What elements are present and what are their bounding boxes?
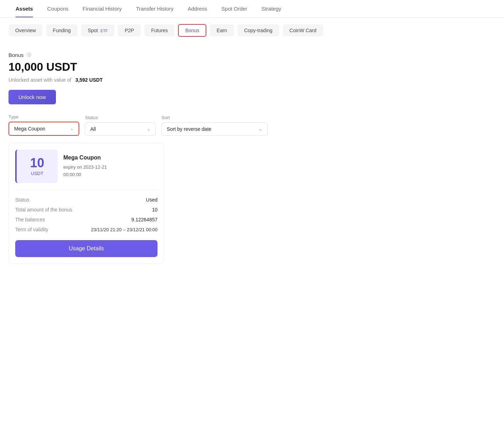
status-filter-label: Status — [85, 115, 156, 120]
chevron-down-icon: ⌄ — [259, 127, 262, 132]
bonus-amount: 10,000 USDT — [8, 60, 496, 74]
type-filter-group: Type Mega Coupon ⌄ — [8, 114, 79, 136]
sort-filter-label: Sort — [161, 115, 268, 120]
top-nav-coupons[interactable]: Coupons — [40, 0, 75, 17]
top-nav-strategy[interactable]: Strategy — [254, 0, 288, 17]
type-filter-select[interactable]: Mega Coupon ⌄ — [8, 122, 79, 136]
sub-nav-copy-trading[interactable]: Copy-trading — [237, 24, 279, 36]
sub-nav-overview[interactable]: Overview — [8, 24, 42, 36]
bonus-card: 10 USDT Mega Coupon expiry on 2023-12-21… — [8, 143, 164, 264]
card-total-row: Total amount of the bonus 10 — [15, 205, 158, 215]
card-info: Mega Coupon expiry on 2023-12-21 00:00:0… — [63, 150, 107, 183]
etf-badge: ETF — [101, 29, 108, 33]
card-balances-row: The balances 9.12264857 — [15, 215, 158, 225]
unlocked-asset-text: Unlocked asset with value of 3,592 USDT — [8, 77, 496, 83]
card-amount-box: 10 USDT — [15, 150, 58, 183]
status-filter-select[interactable]: All ⌄ — [85, 122, 156, 136]
sub-nav-futures[interactable]: Futures — [144, 24, 174, 36]
bonus-section-label: Bonus ☉ — [8, 52, 496, 58]
card-expiry: expiry on 2023-12-21 00:00:00 — [63, 164, 107, 179]
chevron-down-icon: ⌄ — [70, 126, 74, 131]
top-navigation: Assets Coupons Financial History Transfe… — [0, 0, 504, 18]
top-nav-transfer-history[interactable]: Transfer History — [129, 0, 181, 17]
filters-section: Type Mega Coupon ⌄ Status All ⌄ Sort Sor… — [8, 114, 496, 136]
card-status-row: Status Used — [15, 195, 158, 205]
top-nav-spot-order[interactable]: Spot Order — [214, 0, 254, 17]
card-header: 10 USDT Mega Coupon expiry on 2023-12-21… — [9, 143, 164, 190]
sub-navigation: Overview Funding Spot ETF P2P Futures Bo… — [0, 18, 504, 43]
card-title: Mega Coupon — [63, 155, 107, 161]
sort-filter-group: Sort Sort by reverse date ⌄ — [161, 115, 268, 136]
unlock-now-button[interactable]: Unlock now — [8, 90, 56, 104]
sub-nav-spot[interactable]: Spot ETF — [81, 24, 114, 36]
top-nav-assets[interactable]: Assets — [8, 0, 40, 17]
toggle-visibility-icon[interactable]: ☉ — [27, 52, 31, 58]
card-amount-unit: USDT — [31, 171, 43, 176]
card-validity-row: Term of validity 23/11/20 21:20 – 23/12/… — [15, 225, 158, 234]
top-nav-address[interactable]: Address — [181, 0, 214, 17]
card-details: Status Used Total amount of the bonus 10… — [9, 190, 164, 263]
sub-nav-p2p[interactable]: P2P — [118, 24, 141, 36]
main-content: Bonus ☉ 10,000 USDT Unlocked asset with … — [0, 43, 504, 272]
usage-details-button[interactable]: Usage Details — [15, 240, 158, 257]
card-amount-number: 10 — [30, 157, 44, 169]
sort-filter-select[interactable]: Sort by reverse date ⌄ — [161, 122, 268, 136]
chevron-down-icon: ⌄ — [147, 127, 150, 132]
sub-nav-bonus[interactable]: Bonus — [178, 24, 206, 37]
type-filter-label: Type — [8, 114, 79, 120]
sub-nav-earn[interactable]: Earn — [210, 24, 234, 36]
sub-nav-coinw-card[interactable]: CoinW Card — [283, 24, 323, 36]
top-nav-financial-history[interactable]: Financial History — [75, 0, 129, 17]
status-filter-group: Status All ⌄ — [85, 115, 156, 136]
sub-nav-funding[interactable]: Funding — [46, 24, 78, 36]
